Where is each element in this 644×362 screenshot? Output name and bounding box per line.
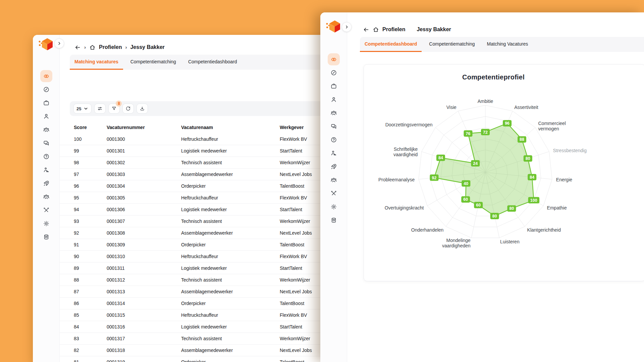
sidebar-item-candidates[interactable] [328,107,340,119]
table-cell: 0001314 [107,301,181,306]
sidebar-item-vacancies[interactable] [328,80,340,92]
column-header-score[interactable]: Score [74,125,107,130]
table-cell: Orderpicker [181,301,280,306]
sidebar-item-settings[interactable] [328,201,340,213]
radar-axis-label: vaardigheid [393,152,418,157]
radar-value-badge: 80 [490,213,499,219]
table-cell: Orderpicker [181,183,280,189]
sidebar-item-help[interactable] [328,134,340,146]
sidebar-expand-button[interactable] [342,22,352,32]
sidebar-item-vacancies[interactable] [40,97,52,109]
column-settings-button[interactable] [94,104,106,114]
sidebar-item-teams[interactable] [40,191,52,203]
tab-matching-vacatures[interactable]: Matching Vacatures [482,37,533,52]
sidebar-item-settings[interactable] [40,218,52,230]
radar-axis-label: Overtuigingskracht [385,205,424,210]
table-cell: 0001304 [107,183,181,189]
svg-text:80: 80 [526,156,530,161]
svg-text:84: 84 [438,156,443,160]
tab-competentiematching[interactable]: Competentiematching [424,37,479,52]
radar-value-badge: 80 [507,205,516,212]
sidebar-item-messages[interactable] [328,120,340,132]
sidebar-item-dashboard[interactable] [40,83,52,96]
sidebar-item-coaching[interactable] [328,147,340,159]
sidebar-item-integrations[interactable] [328,214,340,226]
table-cell: Heftruckchauffeur [181,136,280,142]
sidebar-item-help[interactable] [40,150,52,163]
radar-value-badge: 84 [528,174,536,180]
page-size-select[interactable]: 25 [73,104,92,114]
table-cell: 0001305 [107,195,181,200]
filter-button[interactable]: 8 [108,104,120,114]
tab-competentiematching[interactable]: Competentiematching [126,55,181,70]
table-cell: Logistiek medewerker [181,207,280,212]
sidebar-item-tools[interactable] [328,187,340,199]
back-icon[interactable] [74,44,81,51]
sidebar-expand-button[interactable] [54,39,64,48]
svg-text:100: 100 [530,198,537,203]
table-cell: 89 [74,265,107,271]
filter-count-badge: 8 [116,101,122,107]
sidebar-item-profile[interactable] [328,94,340,106]
sidebar-item-coaching[interactable] [40,164,52,176]
tab-matching-vacatures[interactable]: Matching vacatures [70,55,123,70]
table-cell: 99 [74,148,107,154]
sidebar-item-launch[interactable] [328,161,340,173]
table-cell: 94 [74,207,107,212]
sidebar-item-dashboard[interactable] [328,67,340,79]
radar-value-badge: 100 [528,197,540,203]
vacancies-icon [43,100,50,106]
table-cell: 83 [74,336,107,341]
sidebar-item-candidates[interactable] [40,124,52,136]
tab-competentiedashboard[interactable]: Competentiedashboard [360,37,422,52]
sidebar-item-teams[interactable] [328,174,340,186]
breadcrumb-page: Jessy Bakker [130,44,164,50]
radar-axis-label: Commercieel [538,121,566,126]
table-cell: 0001313 [107,289,181,294]
table-cell: 0001300 [107,136,181,142]
sidebar-item-launch[interactable] [40,177,52,189]
sidebar-item-matching[interactable] [40,70,52,82]
radar-value-badge: 76 [464,130,473,137]
radar-value-badge: 80 [524,155,532,162]
breadcrumb-section[interactable]: Profielen [99,44,122,50]
tab-competentiedashboard[interactable]: Competentiedashboard [183,55,242,70]
sidebar-item-tools[interactable] [40,204,52,216]
radar-axis-label: vaardigheden [442,243,471,248]
table-cell: Heftruckchauffeur [181,312,280,318]
sidebar-item-messages[interactable] [40,137,52,149]
radar-axis-label: Luisteren [500,239,520,244]
radar-axis-label: vermogen [538,126,559,131]
coaching-icon [330,150,337,157]
sidebar-item-profile[interactable] [40,110,52,122]
chevron-right-icon [344,25,349,29]
home-icon[interactable] [89,44,96,51]
table-cell: Orderpicker [181,242,280,247]
right-tabbar: CompetentiedashboardCompetentiematchingM… [360,37,644,52]
candidates-icon [330,110,337,116]
right-sidebar [320,12,347,362]
home-icon[interactable] [373,26,379,33]
column-header-vacaturenummer[interactable]: Vacaturenummer [107,125,181,130]
table-cell: 81 [74,359,107,362]
table-cell: Logistiek medewerker [181,265,280,271]
table-cell: 0001301 [107,148,181,154]
svg-text:60: 60 [476,203,481,207]
table-cell: 0001312 [107,277,181,283]
sidebar-item-integrations[interactable] [40,231,52,243]
back-icon[interactable] [363,26,369,33]
table-cell: Heftruckchauffeur [181,195,280,200]
table-cell: 0001317 [107,336,181,341]
radar-axis-label: Klantgerichtheid [527,227,561,233]
radar-value-badge: 88 [518,136,526,142]
sidebar-item-matching[interactable] [328,53,340,65]
refresh-button[interactable] [122,104,134,114]
app-logo [38,37,56,53]
table-cell: Technisch assistent [181,336,280,341]
column-header-vacaturenaam[interactable]: Vacaturenaam [181,125,280,130]
sliders-icon [97,106,103,111]
table-cell: Orderpicker [181,359,280,362]
competence-profile-card: 7296888084100808060604092842476AmbitieAs… [364,64,644,281]
download-button[interactable] [137,104,148,114]
breadcrumb-section[interactable]: Profielen [382,26,405,33]
